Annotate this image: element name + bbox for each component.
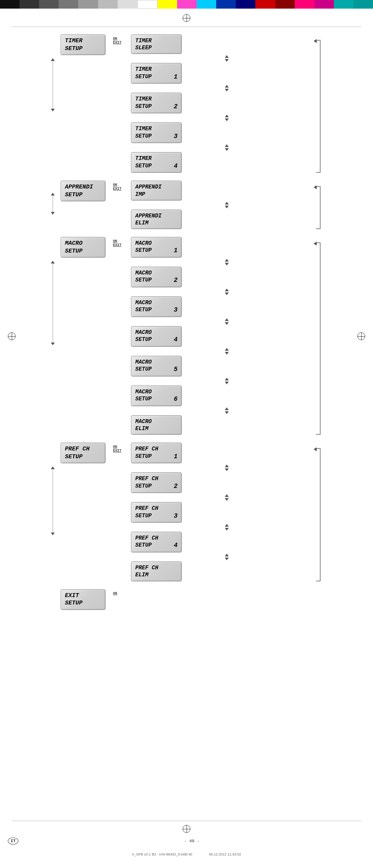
macro-exit-label: EXIT	[113, 243, 130, 247]
pref-elim-box: PREF CHELIM	[131, 561, 182, 581]
apprendi-return-bracket	[314, 181, 321, 229]
macro-setup-1-box: MACROSETUP 1	[131, 237, 182, 258]
timer-setup-3-box: TIMERSETUP 3	[131, 122, 182, 143]
apprendi-section: APPRENDISETUP OK EXIT	[61, 181, 319, 229]
apprendi-imp-box: APPRENDIIMP	[131, 181, 182, 200]
timer-setup-1-box: TIMERSETUP 1	[131, 63, 182, 84]
pref-return-bracket	[314, 443, 321, 581]
timer-nav-arrow	[51, 58, 55, 112]
timer-arrow-1	[135, 55, 319, 62]
reg-mark-bottom	[183, 825, 190, 833]
macro-elim-box: MACROELIM	[131, 415, 182, 435]
apprendi-setup-left: APPRENDISETUP	[61, 181, 106, 201]
apprendi-ok-exit: OK EXIT	[113, 183, 131, 191]
color-bar	[0, 0, 373, 9]
macro-setup-6-box: MACROSETUP 6	[131, 386, 182, 406]
page-bottom: IT - 40 -	[0, 838, 373, 845]
apprendi-arrow-1	[135, 201, 319, 209]
apprendi-exit-label: EXIT	[113, 187, 130, 191]
bottom-margin-line	[12, 821, 361, 821]
pref-setup-2-box: PREF CHSETUP 2	[131, 472, 182, 493]
lang-badge: IT	[8, 838, 18, 845]
timer-ok-label: OK	[113, 37, 130, 41]
pref-setup-left: PREF CHSETUP	[61, 443, 106, 463]
page-number: - 40 -	[184, 839, 200, 843]
pref-section: PREF CHSETUP OK EXIT	[61, 443, 319, 581]
macro-setup-left: MACROSETUP	[61, 237, 106, 258]
timer-setup-left: TIMERSETUP	[61, 34, 106, 55]
footer-text: A_SFB 10.1 B2 - IAN-86342_it.indd 40 06.…	[0, 852, 373, 856]
macro-setup-2-box: MACROSETUP 2	[131, 267, 182, 287]
top-margin-line	[12, 27, 361, 27]
macro-setup-3-box: MACROSETUP 3	[131, 296, 182, 317]
footer-file: A_SFB 10.1 B2 - IAN-86342_it.indd 40	[132, 852, 192, 856]
exit-ok-label: OK	[113, 592, 130, 595]
pref-exit-label: EXIT	[113, 449, 130, 453]
pref-nav-arrow	[51, 466, 55, 536]
macro-section: MACROSETUP OK EXIT	[61, 237, 319, 435]
macro-ok-label: OK	[113, 239, 130, 243]
timer-ok-exit: OK EXIT	[113, 37, 131, 45]
timer-setup-2-box: TIMERSETUP 2	[131, 93, 182, 113]
reg-mark-left	[8, 332, 16, 340]
macro-setup-4-box: MACROSETUP 4	[131, 326, 182, 347]
reg-mark-top	[183, 14, 190, 22]
apprendi-elim-box: APPRENDIELIM	[131, 210, 182, 229]
footer-date: 06.12.2012 11:43:52	[209, 852, 241, 856]
macro-return-bracket	[314, 237, 321, 435]
pref-setup-3-box: PREF CHSETUP 3	[131, 502, 182, 523]
timer-sleep-box: TIMERSLEEP	[131, 34, 182, 54]
macro-setup-5-box: MACROSETUP 5	[131, 356, 182, 377]
timer-section: TIMERSETUP OK EXIT	[61, 34, 319, 173]
apprendi-ok-label: OK	[113, 183, 130, 187]
apprendi-nav-arrow	[51, 192, 55, 215]
diagram: TIMERSETUP OK EXIT	[61, 34, 319, 615]
exit-section: EXITSETUP OK	[61, 589, 319, 610]
reg-mark-right	[357, 332, 365, 340]
exit-setup-left: EXITSETUP	[61, 589, 106, 610]
timer-return-bracket	[314, 34, 321, 173]
pref-setup-4-box: PREF CHSETUP 4	[131, 532, 182, 552]
timer-setup-4-box: TIMERSETUP 4	[131, 152, 182, 173]
pref-ok-exit: OK EXIT	[113, 445, 131, 453]
timer-exit-label: EXIT	[113, 41, 130, 45]
macro-ok-exit: OK EXIT	[113, 239, 131, 247]
pref-ok-label: OK	[113, 445, 130, 449]
pref-setup-1-box: PREF CHSETUP 1	[131, 443, 182, 463]
macro-nav-arrow	[51, 260, 55, 346]
